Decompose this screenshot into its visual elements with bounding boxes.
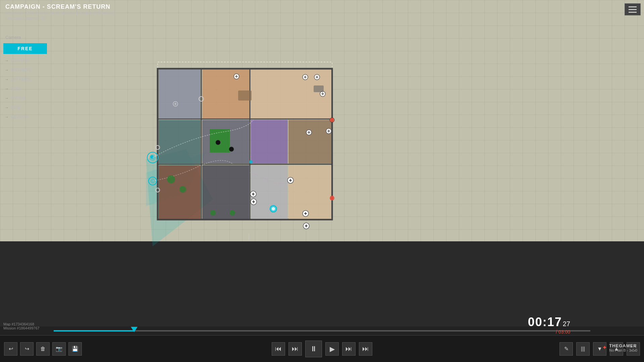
- camera-option-label: 1ST PERS.: [11, 77, 31, 82]
- camera-option-3rd-pers[interactable]: → 3RD PERS.: [0, 65, 54, 75]
- delete-button[interactable]: 🗑: [36, 342, 50, 356]
- camera-option-weapon[interactable]: → WEAPON: [0, 112, 54, 122]
- camera-option-label: FACING: [11, 96, 26, 101]
- map-id: Map #1734364168: [3, 322, 40, 326]
- map-info: Map #1734364168 Mission #1864499767: [3, 322, 40, 330]
- menu-line: [629, 9, 637, 10]
- camera-option-label: SIDE: [11, 105, 20, 110]
- deployed-agents: Deployed agents: 3/8: [5, 15, 115, 20]
- left-camera-panel: Camera FREE → POSITION → 3RD PERS. → 1ST…: [0, 34, 54, 122]
- camera-record-button[interactable]: 📷: [52, 342, 66, 356]
- campaign-title: CAMPAIGN - SCREAM'S RETURN: [5, 3, 115, 10]
- camera-option-position[interactable]: → POSITION: [0, 56, 54, 65]
- watermark: ✦ THEGAMER No Plan B - 1.0.0: [602, 343, 637, 352]
- timer-display: 00:17 27 / 03:00: [528, 315, 570, 335]
- next-frame-button[interactable]: ⏭: [342, 342, 356, 356]
- center-playback-controls: ⏮ ⏭ ⏸ ▶ ⏭ ⏭: [271, 341, 373, 357]
- timeline-track[interactable]: [54, 330, 590, 331]
- header: CAMPAIGN - SCREAM'S RETURN Objective: Re…: [0, 0, 120, 24]
- edit-tool-button[interactable]: ✎: [559, 342, 573, 356]
- camera-option-label: WEAPON: [11, 115, 29, 119]
- play-button[interactable]: ▶: [325, 342, 339, 356]
- bars-button[interactable]: |||: [576, 342, 590, 356]
- camera-option-label: BODY: [11, 86, 22, 91]
- skip-to-start-button[interactable]: ⏮: [272, 342, 285, 356]
- timer-sub: / 03:00: [528, 329, 570, 335]
- camera-option-facing[interactable]: → FACING: [0, 94, 54, 103]
- grid-background: [0, 0, 644, 241]
- timeline-marker: [131, 327, 138, 332]
- left-controls: ↩ ↪ 🗑 📷 💾: [0, 342, 86, 356]
- brand-star-icon: ✦: [602, 344, 607, 351]
- pause-button[interactable]: ⏸: [305, 341, 322, 357]
- arrow-icon: →: [5, 58, 9, 63]
- brand-name: THEGAMER: [609, 343, 637, 348]
- undo-button[interactable]: ↩: [4, 342, 17, 356]
- arrow-icon: →: [5, 115, 9, 119]
- arrow-icon: →: [5, 96, 9, 101]
- mission-id: Mission #1864499767: [3, 326, 40, 330]
- timeline-fill: [54, 330, 134, 331]
- timer-small: 27: [563, 320, 570, 328]
- arrow-icon: →: [5, 86, 9, 91]
- camera-option-1st-pers[interactable]: → 1ST PERS.: [0, 75, 54, 84]
- arrow-icon: →: [5, 68, 9, 72]
- right-toolbar: ✎ ||| ▼ ▲ ⛶ ✦ THEGAMER No Plan B - 1.0.0: [559, 342, 641, 356]
- camera-option-label: 3RD PERS.: [11, 68, 32, 72]
- arrow-icon: →: [5, 77, 9, 82]
- redo-button[interactable]: ↪: [20, 342, 34, 356]
- brand-sub: No Plan B - 1.0.0: [609, 348, 637, 352]
- arrow-icon: →: [5, 105, 9, 110]
- camera-label: Camera: [0, 34, 54, 41]
- menu-button[interactable]: [625, 3, 641, 15]
- prev-frame-button[interactable]: ⏭: [288, 342, 302, 356]
- timer-main: 00:17: [528, 315, 562, 329]
- objective-text: Objective: Retrieve as much intel as pos…: [5, 10, 115, 15]
- camera-option-side[interactable]: → SIDE: [0, 103, 54, 112]
- skip-to-end-button[interactable]: ⏭: [359, 342, 372, 356]
- camera-free-button[interactable]: FREE: [3, 43, 47, 54]
- menu-line: [629, 12, 637, 13]
- menu-line: [629, 6, 637, 7]
- save-button[interactable]: 💾: [68, 342, 82, 356]
- camera-option-body[interactable]: → BODY: [0, 84, 54, 94]
- camera-option-label: POSITION: [11, 58, 30, 63]
- bottom-bar: ↩ ↪ 🗑 📷 💾 ⏮ ⏭ ⏸ ▶ ⏭ ⏭ ✎ ||| ▼ ▲ ⛶ ✦ THEG…: [0, 335, 644, 362]
